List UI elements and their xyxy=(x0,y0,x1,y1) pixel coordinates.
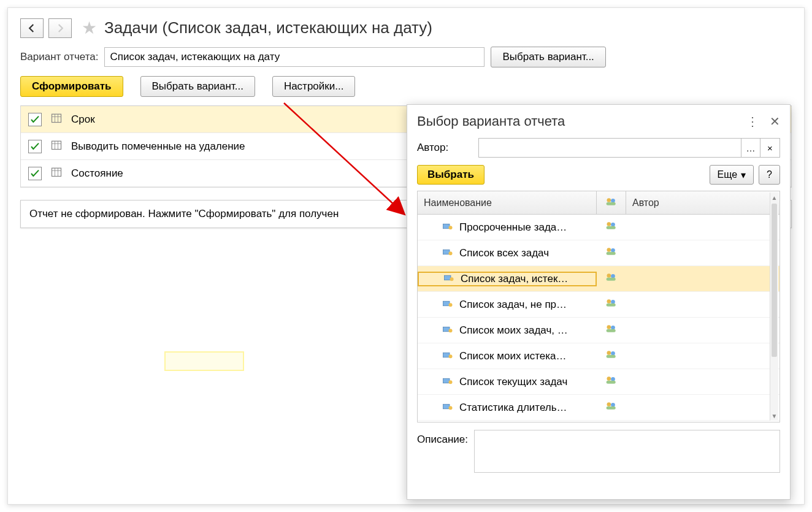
dialog-header: Выбор варианта отчета ⋮ ✕ xyxy=(417,113,780,129)
table-row[interactable]: Просроченные зада… xyxy=(418,215,779,240)
more-button[interactable]: Еще▾ xyxy=(710,165,754,185)
users-icon xyxy=(605,324,618,337)
report-icon xyxy=(442,324,453,337)
author-input[interactable] xyxy=(478,138,741,158)
users-icon xyxy=(605,246,618,259)
svg-point-27 xyxy=(450,277,454,281)
help-button[interactable]: ? xyxy=(759,165,780,185)
checkbox-icon[interactable] xyxy=(28,140,42,153)
filter-label: Состояние xyxy=(71,167,123,180)
table-row[interactable]: Список задач, не пр… xyxy=(418,292,779,318)
main-window: ★ Задачи (Список задач, истекающих на да… xyxy=(7,7,805,505)
page-title: Задачи (Список задач, истекающих на дату… xyxy=(104,18,432,37)
svg-point-43 xyxy=(607,351,611,355)
report-icon xyxy=(442,247,453,259)
filter-label: Выводить помеченные на удаление xyxy=(71,140,245,153)
choose-variant-button-top[interactable]: Выбрать вариант... xyxy=(491,47,605,67)
users-icon xyxy=(605,221,618,234)
users-icon xyxy=(605,272,618,285)
table-row[interactable]: Список всех задач xyxy=(418,240,779,266)
svg-rect-25 xyxy=(607,252,616,255)
dialog-toolbar: Выбрать Еще▾ ? xyxy=(417,165,780,185)
report-icon xyxy=(442,299,453,311)
description-input[interactable] xyxy=(474,430,780,473)
generate-button[interactable]: Сформировать xyxy=(20,76,123,97)
svg-point-14 xyxy=(611,199,615,203)
svg-point-24 xyxy=(611,248,615,253)
column-name[interactable]: Наименование xyxy=(418,191,597,214)
toolbar: Сформировать Выбрать вариант... Настройк… xyxy=(20,76,792,97)
close-icon[interactable]: ✕ xyxy=(770,114,780,129)
checkbox-icon[interactable] xyxy=(28,167,42,180)
table-row[interactable]: Статистика длитель… xyxy=(418,395,779,421)
row-label: Список текущих задач xyxy=(459,376,567,388)
scroll-up-icon[interactable]: ▲ xyxy=(770,193,778,202)
variant-table: Наименование Автор Просроченные зада… Сп… xyxy=(417,191,780,422)
scroll-down-icon[interactable]: ▼ xyxy=(770,411,778,421)
table-body: Просроченные зада… Список всех задач Спи… xyxy=(418,215,779,421)
row-label: Список задач, истек… xyxy=(461,273,568,285)
report-icon xyxy=(442,376,453,388)
svg-point-28 xyxy=(607,273,611,278)
svg-point-39 xyxy=(611,326,615,330)
nav-forward-button[interactable] xyxy=(48,18,72,38)
svg-rect-40 xyxy=(607,329,616,332)
column-group-icon[interactable] xyxy=(597,191,626,214)
report-icon xyxy=(442,221,453,234)
svg-point-17 xyxy=(449,226,453,229)
settings-button[interactable]: Настройки... xyxy=(272,76,356,97)
svg-rect-20 xyxy=(607,226,616,229)
users-icon xyxy=(605,350,618,362)
svg-rect-8 xyxy=(52,168,61,176)
header: ★ Задачи (Список задач, истекающих на да… xyxy=(20,18,792,38)
svg-point-42 xyxy=(449,354,453,358)
description-label: Описание: xyxy=(417,430,468,473)
svg-point-53 xyxy=(607,402,611,407)
svg-point-47 xyxy=(449,380,453,384)
svg-rect-55 xyxy=(607,407,616,410)
svg-point-52 xyxy=(449,406,453,410)
row-label: Просроченные зада… xyxy=(459,221,567,234)
users-icon xyxy=(605,197,618,209)
select-button[interactable]: Выбрать xyxy=(417,165,485,185)
svg-point-49 xyxy=(611,377,615,381)
calendar-icon xyxy=(50,139,63,154)
svg-point-29 xyxy=(611,274,615,278)
table-row[interactable]: Список текущих задач xyxy=(418,369,779,395)
row-label: Список всех задач xyxy=(459,247,549,259)
column-author[interactable]: Автор xyxy=(626,191,779,214)
svg-rect-0 xyxy=(52,114,61,122)
variant-input[interactable] xyxy=(104,47,485,67)
svg-point-22 xyxy=(449,251,453,255)
description-row: Описание: xyxy=(417,430,780,473)
variant-label: Вариант отчета: xyxy=(20,51,98,63)
kebab-menu-icon[interactable]: ⋮ xyxy=(746,114,759,129)
selection-marker xyxy=(164,351,244,371)
svg-rect-21 xyxy=(443,250,450,254)
scroll-thumb[interactable] xyxy=(772,204,777,357)
author-lookup-button[interactable]: … xyxy=(741,138,760,158)
favorite-star-icon[interactable]: ★ xyxy=(82,18,97,38)
svg-point-48 xyxy=(607,376,611,381)
scrollbar[interactable]: ▲ ▼ xyxy=(770,193,778,421)
chevron-down-icon: ▾ xyxy=(741,169,746,181)
table-row[interactable]: Список моих задач, … xyxy=(418,318,779,343)
row-label: Статистика длитель… xyxy=(459,402,567,414)
table-row[interactable]: Список моих истека… xyxy=(418,343,779,369)
svg-rect-30 xyxy=(607,278,616,281)
dialog-title: Выбор варианта отчета xyxy=(417,113,565,129)
choose-variant-button[interactable]: Выбрать вариант... xyxy=(140,76,255,97)
svg-point-19 xyxy=(611,223,615,227)
svg-point-32 xyxy=(449,303,453,307)
nav-back-button[interactable] xyxy=(20,18,44,38)
svg-point-37 xyxy=(449,329,453,332)
svg-point-38 xyxy=(607,325,611,329)
svg-point-44 xyxy=(611,351,615,356)
svg-rect-4 xyxy=(52,141,61,149)
svg-point-54 xyxy=(611,403,615,407)
table-row[interactable]: Список задач, истек… xyxy=(418,266,779,292)
users-icon xyxy=(605,375,618,388)
author-clear-button[interactable]: × xyxy=(760,138,780,158)
svg-rect-41 xyxy=(443,353,450,357)
checkbox-icon[interactable] xyxy=(28,113,42,126)
